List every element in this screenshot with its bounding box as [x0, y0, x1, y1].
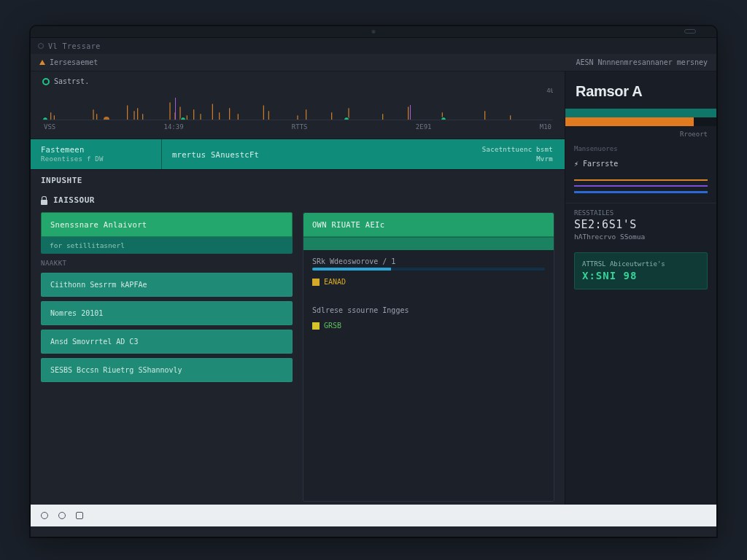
- spike-marker-icon: [410, 105, 411, 120]
- detail-box-body: SRk Wdeosworove / 1 EANAD Sdlrese ssourn: [303, 250, 554, 501]
- footer-circle-icon[interactable]: [41, 512, 48, 519]
- list-item[interactable]: Ansd Smovrrtel AD C3: [41, 330, 293, 354]
- header-left-label: Iersesaemet: [50, 58, 98, 66]
- field-label: SRk Wdeosworove / 1: [312, 257, 545, 265]
- level-bar-orange: [565, 117, 716, 126]
- banner-row: Fastemeen Reoentises f DW mrertus SAnues…: [31, 139, 565, 170]
- timeline-graph: Sastrst. 40: [31, 71, 565, 139]
- field-label: Sdlrese ssourne Ingges: [312, 306, 545, 314]
- detail-box: OWN RIUATE AEIc SRk Wdeosworove / 1: [303, 212, 554, 502]
- camera-dot-icon: [372, 30, 376, 34]
- mini-chart: [574, 176, 708, 194]
- spike-marker-icon: [175, 98, 176, 120]
- section-meta: INPUSHTE: [31, 170, 565, 190]
- section-title: IAISSOUR: [53, 195, 95, 205]
- status-value: EANAD: [324, 278, 346, 286]
- bolt-icon: ⚡: [574, 160, 578, 168]
- header-right-label: AESN Nnnnenmresannaner mersney: [576, 58, 708, 66]
- axis-tick: M10: [540, 123, 551, 131]
- banner-mid-right-1: Sacetnttuenc bsmt: [482, 145, 553, 155]
- axis-tick: 14:39: [164, 123, 184, 131]
- tab-title: Vl Tressare: [48, 42, 101, 50]
- stat-sub: hAThrecrvo SSomua: [574, 233, 708, 241]
- tick-marker-icon: [42, 117, 48, 120]
- level-bar-teal: [565, 109, 716, 117]
- legend-marker-icon: [42, 78, 50, 85]
- right-panel: OWN RIUATE AEIc SRk Wdeosworove / 1: [303, 212, 554, 502]
- camera-slot-icon: [684, 29, 696, 34]
- sidebar-title: Ramsor A: [565, 71, 716, 109]
- footer-circle-icon[interactable]: [58, 512, 66, 519]
- stat-label: RESSTAILES: [574, 209, 708, 217]
- highlight-block[interactable]: ATTRSL Abiceutwrtie's X:SNI 98: [574, 252, 708, 289]
- status-value: GRSB: [324, 322, 341, 330]
- left-panel-header[interactable]: Snenssnare Anlaivort: [41, 212, 293, 237]
- warning-triangle-icon: [39, 60, 45, 65]
- list-item[interactable]: Ciithonn Sesrrm kAPFAe: [41, 273, 293, 297]
- sidebar-meta-top: Rroeort: [565, 128, 716, 145]
- highlight-value: X:SNI 98: [582, 270, 700, 281]
- window-control-circle[interactable]: [38, 43, 44, 49]
- waveform-icon: [42, 88, 553, 120]
- detail-box-subheader: [303, 237, 554, 250]
- app-header: Iersesaemet AESN Nnnnenmresannaner mersn…: [31, 54, 716, 71]
- left-panel: Snenssnare Anlaivort for setillitasnerl …: [41, 212, 293, 502]
- sidebar-sub-title: Farsrste: [583, 160, 618, 168]
- list-item[interactable]: SESBS Bccsn Riuetrg SShannovly: [41, 358, 293, 382]
- lock-icon: [41, 196, 47, 205]
- x-axis: VSS 14:39 RTTS 2E91 M10: [42, 120, 553, 131]
- sidebar: Ramsor A Rroeort Mansenuores ⚡ Farsrste …: [565, 71, 716, 505]
- stat-block: RESSTAILES SE2:6S1'S hAThrecrvo SSomua: [565, 203, 716, 246]
- banner-left[interactable]: Fastemeen Reoentises f DW: [31, 139, 162, 169]
- content-area: Sastrst. 40: [31, 71, 716, 505]
- status-green-icon: [312, 322, 320, 330]
- app-window: Vl Tressare Iersesaemet AESN Nnnnenmresa…: [31, 26, 716, 537]
- progress-fill: [312, 268, 391, 271]
- main-column: Sastrst. 40: [31, 71, 565, 505]
- axis-tick: VSS: [44, 123, 55, 131]
- tick-marker-orange-icon: [104, 117, 109, 120]
- progress-bar: [312, 268, 545, 271]
- axis-tick: RTTS: [292, 123, 308, 131]
- tick-marker-icon: [180, 117, 186, 120]
- status-row: GRSB: [312, 322, 545, 330]
- graph-canvas[interactable]: 40: [42, 88, 553, 120]
- banner-left-title: Fastemeen: [41, 145, 151, 154]
- tick-marker-icon: [344, 117, 349, 120]
- axis-tick: 2E91: [416, 123, 432, 131]
- footer-bar: [31, 505, 716, 526]
- title-bar: Vl Tressare: [31, 38, 716, 54]
- status-row: EANAD: [312, 278, 545, 286]
- banner-left-sub: Reoentises f DW: [41, 155, 151, 163]
- list-label: NAAKKT: [41, 258, 293, 268]
- banner-mid-right-2: Mvrm: [482, 155, 553, 164]
- section-title-row: IAISSOUR: [31, 190, 565, 209]
- detail-box-header[interactable]: OWN RIUATE AEIc: [303, 213, 554, 237]
- footer-square-icon[interactable]: [76, 512, 83, 519]
- list-item[interactable]: Nomres 20101: [41, 301, 293, 325]
- stat-value: SE2:6S1'S: [574, 218, 708, 231]
- device-bezel: [31, 26, 716, 38]
- status-yellow-icon: [312, 279, 320, 286]
- sidebar-sub-title-row: ⚡ Farsrste: [565, 157, 716, 171]
- panels-row: Snenssnare Anlaivort for setillitasnerl …: [31, 209, 565, 505]
- tick-marker-icon: [441, 117, 446, 120]
- banner-mid-title: mrertus SAnuestcFt: [172, 150, 259, 159]
- sidebar-meta-small: Mansenuores: [565, 145, 716, 157]
- highlight-label: ATTRSL Abiceutwrtie's: [582, 260, 700, 268]
- left-panel-sub: for setillitasnerl: [41, 237, 293, 254]
- legend-label: Sastrst.: [54, 77, 89, 85]
- banner-mid[interactable]: mrertus SAnuestcFt Sacetnttuenc bsmt Mvr…: [162, 139, 565, 169]
